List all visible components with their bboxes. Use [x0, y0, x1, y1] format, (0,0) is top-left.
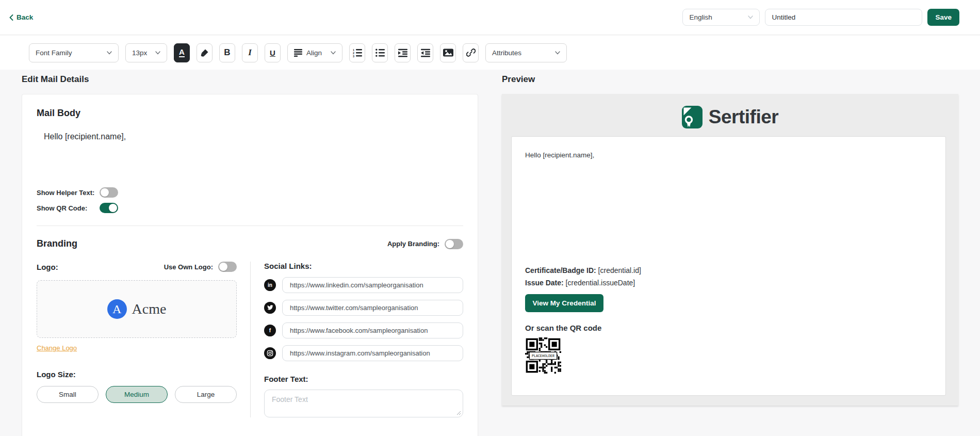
qr-code-toggle[interactable]: [100, 203, 118, 213]
language-select[interactable]: English: [682, 9, 760, 26]
email-preview-card: Hello [recipient.name], Certificate/Badg…: [511, 136, 946, 396]
chevron-left-icon: [9, 14, 13, 21]
instagram-icon: [264, 347, 276, 359]
toggle-knob: [219, 263, 227, 271]
link-icon: [466, 48, 476, 57]
logo-size-small-button[interactable]: Small: [37, 386, 99, 403]
outdent-icon: [421, 49, 430, 57]
logo-preview-box: A Acme: [37, 280, 237, 338]
credential-id-value: [credential.id]: [598, 266, 641, 274]
save-button[interactable]: Save: [927, 9, 959, 26]
align-select[interactable]: Align: [287, 43, 342, 62]
use-own-logo-toggle[interactable]: [218, 262, 237, 272]
credential-block: Certificate/Badge ID: [credential.id] Is…: [525, 266, 932, 374]
helper-text-row: Show Helper Text:: [37, 187, 463, 198]
chevron-down-icon: [155, 51, 160, 55]
insert-image-button[interactable]: [440, 43, 456, 62]
chevron-down-icon: [107, 51, 112, 55]
use-own-logo-label: Use Own Logo:: [164, 263, 213, 271]
language-value: English: [689, 13, 712, 21]
back-label: Back: [17, 13, 33, 21]
sertifier-brand-name: Sertifier: [709, 106, 778, 128]
toggle-knob: [109, 204, 117, 212]
sertifier-brand: Sertifier: [502, 104, 958, 130]
linkedin-icon: in: [264, 279, 276, 291]
font-size-value: 13px: [132, 49, 151, 57]
section-divider: [37, 225, 463, 226]
font-family-select[interactable]: Font Family: [29, 43, 119, 62]
ordered-list-icon: 123: [353, 49, 362, 57]
mail-body-title: Mail Body: [37, 108, 463, 119]
logo-size-large-button[interactable]: Large: [175, 386, 237, 403]
indent-button[interactable]: [395, 43, 411, 62]
font-family-value: Font Family: [36, 49, 103, 57]
attributes-select[interactable]: Attributes: [485, 43, 567, 62]
text-color-button[interactable]: A: [174, 43, 190, 62]
italic-icon: I: [248, 47, 252, 58]
social-column: Social Links: in f: [264, 262, 463, 417]
acme-logo-name: Acme: [132, 301, 167, 317]
email-preview-panel: Sertifier Hello [recipient.name], Certif…: [502, 94, 958, 406]
credential-id-line: Certificate/Badge ID: [credential.id]: [525, 266, 932, 274]
template-title-input[interactable]: [765, 9, 922, 26]
view-credential-button[interactable]: View My Credential: [525, 294, 603, 312]
helper-text-label: Show Helper Text:: [37, 189, 100, 197]
bold-icon: B: [224, 47, 230, 58]
logo-label: Logo:: [37, 263, 58, 271]
header-bar: Back English Save: [0, 0, 980, 35]
edit-panel-title: Edit Mail Details: [22, 74, 89, 85]
qr-code-row: Show QR Code:: [37, 203, 463, 213]
linkedin-row: in: [264, 277, 463, 293]
change-logo-link[interactable]: Change Logo: [37, 344, 77, 352]
bullet-list-button[interactable]: [372, 43, 388, 62]
issue-date-value: [credential.issueDate]: [566, 279, 635, 287]
issue-date-line: Issue Date: [credential.issueDate]: [525, 279, 932, 287]
apply-branding-label: Apply Branding:: [387, 240, 439, 248]
bold-button[interactable]: B: [219, 43, 235, 62]
header-actions: English Save: [682, 9, 959, 26]
logo-size-label: Logo Size:: [37, 370, 237, 379]
edit-mail-card: Mail Body Hello [recipient.name], Show H…: [22, 94, 478, 436]
highlighter-icon: [200, 49, 209, 57]
acme-logo-mark: A: [107, 299, 127, 319]
text-color-icon: A: [179, 48, 185, 57]
bullet-list-icon: [375, 49, 385, 57]
align-value: Align: [306, 49, 326, 57]
twitter-url-input[interactable]: [282, 300, 463, 316]
qr-code: PLACEHOLDER: [525, 337, 561, 374]
mail-template-editor-page: Back English Save Font Family 13px A B: [0, 0, 980, 436]
attributes-value: Attributes: [492, 49, 551, 57]
qr-code-label: Show QR Code:: [37, 204, 100, 212]
footer-text-label: Footer Text:: [264, 375, 463, 383]
insert-link-button[interactable]: [463, 43, 479, 62]
facebook-row: f: [264, 322, 463, 338]
facebook-url-input[interactable]: [282, 322, 463, 338]
mail-body-editor[interactable]: Hello [recipient.name],: [37, 128, 463, 182]
logo-size-medium-button[interactable]: Medium: [106, 386, 168, 403]
preview-greeting: Hello [recipient.name],: [525, 151, 932, 159]
italic-button[interactable]: I: [242, 43, 258, 62]
align-left-icon: [294, 49, 302, 57]
branding-title: Branding: [37, 238, 77, 249]
underline-button[interactable]: U: [265, 43, 281, 62]
apply-branding-toggle[interactable]: [445, 239, 463, 249]
helper-text-toggle[interactable]: [100, 187, 118, 198]
chevron-down-icon: [748, 15, 753, 19]
linkedin-url-input[interactable]: [282, 277, 463, 293]
underline-icon: U: [270, 49, 275, 57]
svg-text:3: 3: [353, 54, 354, 57]
ordered-list-button[interactable]: 123: [349, 43, 365, 62]
twitter-icon: [264, 302, 276, 314]
logo-size-buttons: Small Medium Large: [37, 386, 237, 403]
outdent-button[interactable]: [417, 43, 433, 62]
footer-text-input[interactable]: [264, 390, 463, 417]
social-links-label: Social Links:: [264, 262, 463, 270]
branding-header: Branding Apply Branding:: [37, 238, 463, 249]
qr-placeholder-text: PLACEHOLDER: [532, 354, 554, 358]
font-size-select[interactable]: 13px: [125, 43, 167, 62]
credential-id-label: Certificate/Badge ID:: [525, 266, 596, 274]
toggle-knob: [446, 240, 454, 248]
back-button[interactable]: Back: [9, 13, 33, 21]
instagram-url-input[interactable]: [282, 345, 463, 361]
highlight-color-button[interactable]: [197, 43, 213, 62]
